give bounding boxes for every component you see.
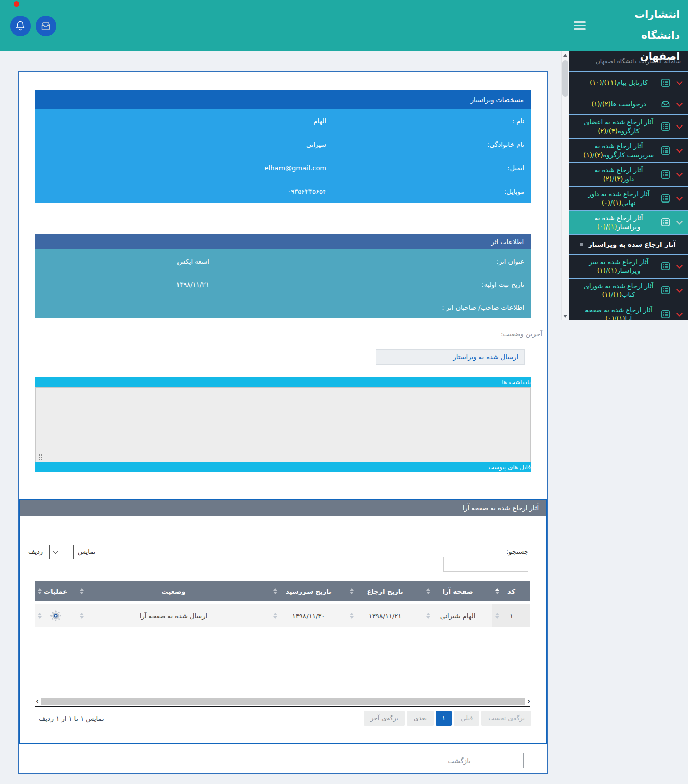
chevron-down-icon xyxy=(53,549,58,554)
scroll-right-arrow-icon[interactable]: ‹ xyxy=(525,698,532,705)
main-content: مشخصات ویراستار نام : الهام نام خانوادگی… xyxy=(18,71,548,774)
hamburger-menu-icon[interactable] xyxy=(574,21,586,31)
sort-icon xyxy=(273,613,277,619)
chevron-down-icon xyxy=(676,99,683,106)
chevron-down-icon xyxy=(676,146,683,153)
field-row-owners: اطلاعات صاحب/ صاحبان اثر : xyxy=(35,295,531,318)
show-label: نمایش xyxy=(78,548,95,555)
list-icon xyxy=(660,193,671,204)
column-header-status[interactable]: وضعیت xyxy=(77,581,270,601)
pagination-info: نمایش ۱ تا ۱ از ۱ ردیف xyxy=(39,715,104,722)
scroll-down-arrow-icon[interactable] xyxy=(563,315,567,318)
chevron-down-icon xyxy=(676,122,683,129)
list-icon xyxy=(660,217,671,227)
sidebar-item-workgroup-supervisor[interactable]: آثار ارجاع شده به سرپرست کارگروه(۲)/(۱) xyxy=(569,139,688,163)
sidebar-item-chief-editor[interactable]: آثار ارجاع شده به سر ویراستار(۱)/(۱) xyxy=(569,255,688,279)
table-header-row: کد صفحه آرا تاریخ ارجاع تاریخ سررسید وضع… xyxy=(35,581,530,601)
sidebar-subitem-editor-referrals[interactable]: آثار ارجاع شده به ویراستار xyxy=(569,235,688,255)
scrollbar-thumb[interactable] xyxy=(562,60,568,97)
list-icon xyxy=(660,78,671,88)
inbox-icon xyxy=(660,99,671,109)
chevron-down-icon xyxy=(676,310,683,317)
rows-per-page-select[interactable] xyxy=(49,545,74,559)
sort-icon[interactable] xyxy=(350,588,354,594)
attachments-header: فایل های پیوست xyxy=(35,462,531,472)
chevron-down-icon xyxy=(676,194,683,201)
work-info-panel: اطلاعات اثر عنوان اثر: اشعه ایکس تاریخ ث… xyxy=(35,234,531,318)
sort-icon xyxy=(495,613,499,619)
scroll-up-arrow-icon[interactable] xyxy=(563,54,567,57)
list-icon xyxy=(660,309,671,319)
field-row-mobile: موبایل: ۰۹۳۵۶۲۳۵۶۵۴ xyxy=(35,180,531,203)
resize-grip-icon[interactable] xyxy=(36,453,40,461)
chevron-down-icon xyxy=(676,262,683,269)
gear-icon[interactable] xyxy=(49,610,62,622)
top-bar: انتشارات دانشگاه اصفهان xyxy=(0,0,688,51)
last-page-button[interactable]: برگه‌ی آخر xyxy=(364,711,405,726)
sort-icon[interactable] xyxy=(80,588,84,594)
sidebar-item-requests[interactable]: درخواست ها(۲)/(۱) xyxy=(569,93,688,115)
notes-header: یادداشت ها xyxy=(35,377,531,387)
column-header-due-date[interactable]: تاریخ سررسید xyxy=(270,581,347,601)
sidebar-item-workgroup-members[interactable]: آثار ارجاع شده به اعضای کارگروه(۳)/(۲) xyxy=(569,115,688,139)
sort-icon xyxy=(38,613,42,619)
column-header-actions[interactable]: عملیات xyxy=(35,581,77,601)
sort-icon[interactable] xyxy=(495,588,499,594)
first-page-button[interactable]: برگه‌ی نخست xyxy=(481,711,531,726)
search-input[interactable] xyxy=(443,557,528,572)
chevron-down-icon xyxy=(676,286,683,293)
sidebar-item-message-cartable[interactable]: کارتابل پیام(۱۱)/(۱۰) xyxy=(569,72,688,93)
work-panel-title: اطلاعات اثر xyxy=(35,234,531,249)
sidebar-scrollbar[interactable] xyxy=(561,51,569,320)
current-page-button[interactable]: ۱ xyxy=(436,711,452,726)
sidebar-item-final-referee[interactable]: آثار ارجاع شده به داور نهایی(۱)/(۰) xyxy=(569,187,688,211)
next-page-button[interactable]: بعدی xyxy=(407,711,434,726)
sort-icon[interactable] xyxy=(426,588,430,594)
notifications-button[interactable] xyxy=(10,16,31,36)
sidebar: سامانه انتشارات دانشگاه اصفهان کارتابل پ… xyxy=(569,51,688,320)
referrals-title: آثار ارجاع شده به صفحه آرا xyxy=(20,500,546,516)
bell-icon xyxy=(14,20,27,32)
chevron-down-icon xyxy=(676,78,683,85)
sidebar-item-book-council[interactable]: آثار ارجاع شده به شورای کتاب(۱)/(۱) xyxy=(569,279,688,302)
list-icon xyxy=(660,261,671,271)
sort-icon xyxy=(426,613,430,619)
horizontal-scrollbar[interactable]: ‹ › xyxy=(34,697,532,705)
sort-icon xyxy=(350,613,354,619)
table-bottom-border xyxy=(35,706,530,707)
chevron-down-icon xyxy=(676,170,683,177)
rows-label: ردیف xyxy=(28,548,43,555)
notes-textarea[interactable] xyxy=(35,387,531,462)
notification-badge xyxy=(14,1,19,7)
table-row: ۱ الهام شیرانی ۱۳۹۸/۱۱/۲۱ ۱۳۹۸/۱۱/۳۰ ارس… xyxy=(35,604,530,627)
chevron-down-icon xyxy=(676,218,683,225)
sort-icon[interactable] xyxy=(273,588,277,594)
app-title: انتشارات دانشگاه اصفهان xyxy=(618,4,680,67)
sidebar-item-editor[interactable]: آثار ارجاع شده به ویراستار(۱)/(۰) xyxy=(569,211,688,235)
referrals-table: کد صفحه آرا تاریخ ارجاع تاریخ سررسید وضع… xyxy=(35,581,530,627)
sidebar-item-page-designer[interactable]: آثار ارجاع شده به صفحه آرا(۱)/(۰) xyxy=(569,302,688,320)
list-icon xyxy=(660,145,671,156)
editor-details-panel: مشخصات ویراستار نام : الهام نام خانوادگی… xyxy=(35,90,531,203)
scroll-left-arrow-icon[interactable]: › xyxy=(34,698,41,705)
list-icon xyxy=(660,121,671,132)
messages-button[interactable] xyxy=(36,16,56,36)
mail-icon xyxy=(40,20,52,32)
bullet-square-icon xyxy=(580,243,583,246)
field-row-work-title: عنوان اثر: اشعه ایکس xyxy=(35,249,531,272)
cell-referral-date: ۱۳۹۸/۱۱/۲۱ xyxy=(347,604,423,627)
field-row-name: نام : الهام xyxy=(35,109,531,133)
column-header-code[interactable]: کد xyxy=(492,581,530,601)
column-header-designer[interactable]: صفحه آرا xyxy=(423,581,492,601)
previous-page-button[interactable]: قبلی xyxy=(454,711,479,726)
last-status-field[interactable]: ارسال شده به ویراستار xyxy=(376,349,525,365)
sort-icon xyxy=(80,613,84,619)
sidebar-item-referee[interactable]: آثار ارجاع شده به داور(۳)/(۲) xyxy=(569,163,688,187)
cell-code: ۱ xyxy=(492,604,530,627)
scrollbar-track[interactable] xyxy=(41,698,525,705)
pagination: برگه‌ی نخست قبلی ۱ بعدی برگه‌ی آخر xyxy=(364,711,531,726)
back-button[interactable]: بازگشت xyxy=(395,753,524,768)
sort-icon[interactable] xyxy=(38,588,42,594)
column-header-referral-date[interactable]: تاریخ ارجاع xyxy=(347,581,423,601)
cell-designer: الهام شیرانی xyxy=(423,604,492,627)
